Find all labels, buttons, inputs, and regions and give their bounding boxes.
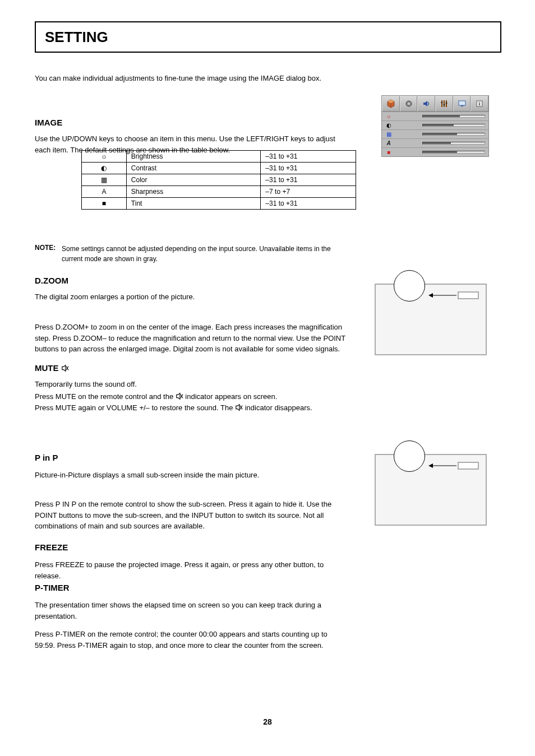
page-title: SETTING [35, 21, 501, 53]
osd-row-color: ▦ [382, 129, 488, 138]
slider-track [422, 115, 485, 118]
svg-marker-28 [428, 463, 433, 468]
ptimer-subtitle: The presentation timer shows the elapsed… [35, 600, 349, 622]
section-freeze-heading: FREEZE [35, 542, 68, 554]
row-name: Contrast [126, 163, 261, 174]
display-icon [458, 99, 467, 108]
row-icon: ◐ [82, 163, 127, 174]
osd-tab-audio [417, 96, 435, 112]
note-label: NOTE: [35, 244, 56, 252]
mute-icon [176, 392, 183, 400]
mute-line2: indicator appears on screen. [185, 392, 277, 401]
pip-body: Press P IN P on the remote control to sh… [35, 499, 349, 532]
table-row: ■ Tint –31 to +31 [82, 198, 356, 210]
mute-icon [235, 403, 243, 411]
speaker-icon [422, 99, 431, 108]
heading-text: FREEZE [35, 542, 68, 552]
slider-track [422, 124, 485, 127]
ptimer-body: Press P-TIMER on the remote control; the… [35, 629, 349, 651]
row-icon: ▦ [82, 174, 127, 186]
slider-track [422, 151, 485, 154]
table-row: ☼ Brightness –31 to +31 [82, 151, 356, 163]
row-range: –31 to +31 [261, 163, 356, 174]
freeze-subtitle: Press FREEZE to pause the projected imag… [35, 559, 349, 581]
svg-marker-14 [423, 101, 427, 106]
pip-subtitle: Picture-in-Picture displays a small sub-… [35, 470, 349, 481]
slider-track [422, 133, 485, 136]
color-icon: ▦ [385, 131, 392, 138]
note-text: Some settings cannot be adjusted dependi… [62, 244, 342, 264]
image-settings-table: ☼ Brightness –31 to +31 ◐ Contrast –31 t… [81, 150, 356, 210]
heading-text: P-TIMER [35, 583, 70, 592]
lens-circle [394, 440, 425, 472]
mute-line3: Press MUTE again or VOLUME +/– to restor… [35, 403, 235, 412]
osd-tab-display [453, 96, 471, 112]
row-icon: ■ [82, 198, 127, 210]
table-row: A Sharpness –7 to +7 [82, 186, 356, 198]
table-row: ▦ Color –31 to +31 [82, 174, 356, 186]
arrow-icon [428, 463, 458, 469]
svg-rect-20 [445, 103, 447, 104]
eq-icon [440, 99, 449, 108]
brightness-icon: ☼ [385, 113, 392, 120]
osd-menu-graphic: i ☼ ◐ ▦ A ■ [381, 95, 489, 157]
osd-tab-row: i [382, 96, 488, 112]
heading-text: IMAGE [35, 118, 62, 127]
svg-marker-26 [428, 293, 433, 298]
lens-circle [394, 270, 425, 302]
cube-icon [386, 99, 395, 108]
intro-paragraph: You can make individual adjustments to f… [35, 73, 343, 84]
svg-marker-6 [236, 404, 239, 410]
heading-text: MUTE [35, 363, 61, 373]
osd-row-sharpness: A [382, 138, 488, 147]
section-pip-heading: P in P [35, 453, 58, 465]
svg-rect-22 [461, 105, 463, 106]
table-row: ◐ Contrast –31 to +31 [82, 163, 356, 174]
slider-track [422, 142, 485, 145]
row-name: Color [126, 174, 261, 186]
osd-row-contrast: ◐ [382, 120, 488, 129]
svg-rect-21 [459, 101, 465, 105]
row-icon: ☼ [82, 151, 127, 163]
zoom-subtitle: The digital zoom enlarges a portion of t… [35, 291, 349, 303]
row-range: –7 to +7 [261, 186, 356, 198]
mute-icon [61, 364, 69, 372]
sharpness-icon: A [385, 140, 392, 147]
osd-tab-eq [435, 96, 453, 112]
row-name: Tint [126, 198, 261, 210]
section-image-heading: IMAGE [35, 118, 62, 129]
zoom-diagram [375, 284, 487, 355]
row-range: –31 to +31 [261, 198, 356, 210]
mute-body: Press MUTE on the remote control and the… [35, 391, 349, 413]
row-icon: A [82, 186, 127, 198]
info-icon: i [475, 99, 484, 108]
svg-marker-0 [62, 365, 65, 372]
mute-line1: Press MUTE on the remote control and the [35, 392, 176, 401]
zoom-body: Press D.ZOOM+ to zoom in on the center o… [35, 322, 349, 355]
svg-rect-19 [443, 104, 445, 105]
osd-row-tint: ■ [382, 147, 488, 156]
pip-diagram [375, 454, 487, 526]
mute-subtitle: Temporarily turns the sound off. [35, 379, 349, 390]
osd-tab-image [382, 96, 400, 112]
heading-text: P in P [35, 453, 58, 462]
osd-tab-setup [400, 96, 418, 112]
heading-text: D.ZOOM [35, 276, 68, 285]
lens-small-box [458, 462, 479, 470]
svg-marker-3 [176, 393, 179, 400]
page-number: 28 [0, 717, 535, 726]
tint-icon: ■ [385, 149, 392, 156]
osd-rows: ☼ ◐ ▦ A ■ [382, 112, 488, 156]
svg-rect-18 [441, 102, 442, 103]
row-range: –31 to +31 [261, 151, 356, 163]
lens-small-box [458, 291, 479, 299]
gear-icon [404, 99, 413, 108]
row-name: Brightness [126, 151, 261, 163]
section-mute-heading: MUTE [35, 363, 69, 373]
section-ptimer-heading: P-TIMER [35, 583, 70, 595]
row-range: –31 to +31 [261, 174, 356, 186]
svg-point-13 [408, 103, 410, 105]
section-zoom-heading: D.ZOOM [35, 276, 68, 287]
mute-line4: indicator disappears. [245, 403, 312, 412]
arrow-icon [428, 293, 458, 298]
